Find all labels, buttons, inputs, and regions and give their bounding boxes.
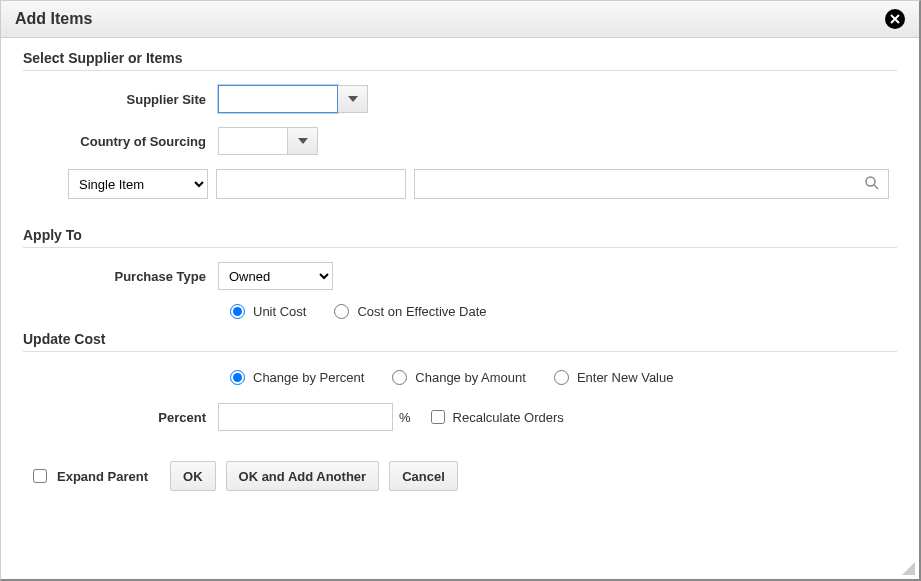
purchase-type-label: Purchase Type [23, 269, 218, 284]
enter-new-value-radio-item[interactable]: Enter New Value [554, 370, 674, 385]
cost-effective-date-radio[interactable] [334, 304, 349, 319]
enter-new-value-radio-label: Enter New Value [577, 370, 674, 385]
unit-cost-radio-label: Unit Cost [253, 304, 306, 319]
change-by-amount-radio-item[interactable]: Change by Amount [392, 370, 526, 385]
percent-label: Percent [23, 410, 218, 425]
country-dropdown-button[interactable] [288, 127, 318, 155]
search-icon[interactable] [864, 175, 880, 194]
change-by-percent-radio-label: Change by Percent [253, 370, 364, 385]
item-code-input[interactable] [216, 169, 406, 199]
svg-line-1 [874, 185, 878, 189]
recalculate-orders-checkbox[interactable] [431, 410, 445, 424]
change-by-amount-radio-label: Change by Amount [415, 370, 526, 385]
unit-cost-radio-item[interactable]: Unit Cost [230, 304, 306, 319]
item-mode-select[interactable]: Single Item [68, 169, 208, 199]
change-by-percent-radio[interactable] [230, 370, 245, 385]
divider [23, 70, 897, 71]
country-combo [218, 127, 318, 155]
close-button[interactable] [885, 9, 905, 29]
cost-effective-date-radio-item[interactable]: Cost on Effective Date [334, 304, 486, 319]
supplier-site-combo [218, 85, 368, 113]
supplier-site-label: Supplier Site [23, 92, 218, 107]
item-description-field[interactable] [414, 169, 889, 199]
purchase-type-row: Purchase Type Owned [23, 262, 897, 290]
chevron-down-icon [298, 138, 308, 144]
item-row: Single Item [68, 169, 897, 199]
supplier-site-dropdown-button[interactable] [338, 85, 368, 113]
dialog-titlebar: Add Items [1, 1, 919, 38]
cost-basis-radio-group: Unit Cost Cost on Effective Date [230, 304, 897, 319]
chevron-down-icon [348, 96, 358, 102]
cancel-button[interactable]: Cancel [389, 461, 458, 491]
expand-parent-check-item[interactable]: Expand Parent [33, 469, 148, 484]
supplier-site-row: Supplier Site [23, 85, 897, 113]
purchase-type-select[interactable]: Owned [218, 262, 333, 290]
expand-parent-label: Expand Parent [57, 469, 148, 484]
enter-new-value-radio[interactable] [554, 370, 569, 385]
section-select-supplier-title: Select Supplier or Items [23, 50, 897, 66]
resize-grip[interactable] [901, 561, 915, 575]
percent-row: Percent % Recalculate Orders [23, 403, 897, 431]
add-items-dialog: Add Items Select Supplier or Items Suppl… [0, 0, 921, 581]
divider [23, 351, 897, 352]
ok-and-add-another-button[interactable]: OK and Add Another [226, 461, 380, 491]
country-input[interactable] [218, 127, 288, 155]
expand-parent-checkbox[interactable] [33, 469, 47, 483]
change-by-percent-radio-item[interactable]: Change by Percent [230, 370, 364, 385]
svg-point-0 [866, 177, 875, 186]
country-row: Country of Sourcing [23, 127, 897, 155]
percent-symbol: % [399, 410, 411, 425]
close-icon [889, 13, 901, 25]
country-label: Country of Sourcing [23, 134, 218, 149]
section-apply-to-title: Apply To [23, 227, 897, 243]
cost-effective-date-radio-label: Cost on Effective Date [357, 304, 486, 319]
section-update-cost-title: Update Cost [23, 331, 897, 347]
dialog-content: Select Supplier or Items Supplier Site C… [1, 38, 919, 491]
recalculate-orders-label: Recalculate Orders [453, 410, 564, 425]
supplier-site-input[interactable] [218, 85, 338, 113]
change-type-radio-group: Change by Percent Change by Amount Enter… [230, 370, 897, 385]
percent-input[interactable] [218, 403, 393, 431]
change-by-amount-radio[interactable] [392, 370, 407, 385]
dialog-footer: Expand Parent OK OK and Add Another Canc… [23, 461, 897, 491]
divider [23, 247, 897, 248]
unit-cost-radio[interactable] [230, 304, 245, 319]
dialog-title: Add Items [15, 10, 92, 28]
recalculate-orders-check-item[interactable]: Recalculate Orders [431, 410, 564, 425]
ok-button[interactable]: OK [170, 461, 216, 491]
